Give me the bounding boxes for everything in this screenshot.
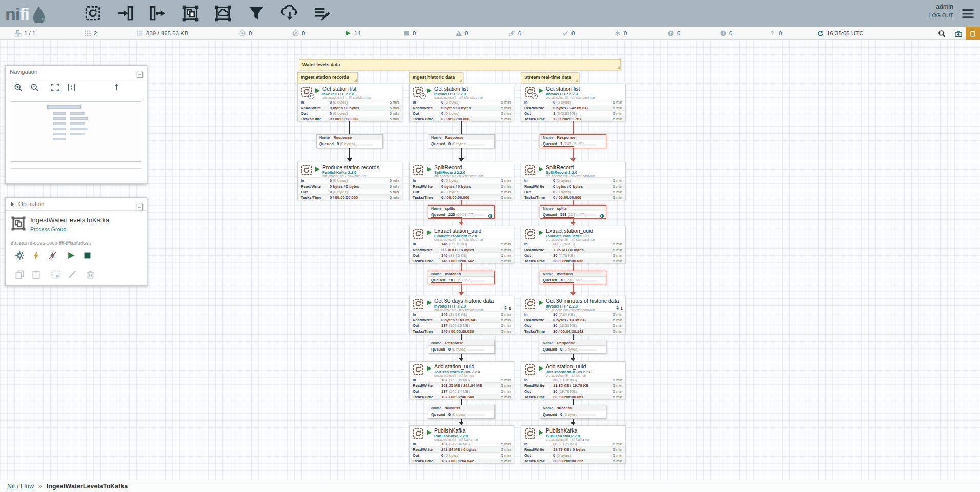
toolbar-processor[interactable] <box>83 5 103 23</box>
processor-stat-row: Tasks/Time 0 / 00:00:00.000 5 min <box>298 194 402 200</box>
toolbar-remote-process-group[interactable] <box>213 5 233 23</box>
connection-arrowhead <box>347 158 352 162</box>
processor-stat-row: In 30 (7.76 KB) 5 min <box>521 241 625 247</box>
status-invalid-count: 0 <box>465 30 468 36</box>
backpressure-bar <box>543 217 574 218</box>
toolbar-template[interactable] <box>279 5 300 23</box>
collapse-operation-button[interactable] <box>136 200 144 213</box>
processor-node[interactable]: Extract station_uuid EvaluateJsonPath 2.… <box>521 225 626 263</box>
processor-node[interactable]: PublishKafka PublishKafka 2.2.0 org.apac… <box>521 425 626 463</box>
refresh-icon[interactable] <box>817 30 824 36</box>
processor-node[interactable]: 1 Get 30 minutes of historic data Invoke… <box>521 296 626 334</box>
minimap-node <box>53 122 66 125</box>
processor-stat-row: In 146 (39.36 KB) 5 min <box>410 241 514 247</box>
template-icon <box>281 5 298 22</box>
zoom-in-button[interactable] <box>14 83 23 92</box>
processor-stamp-icon <box>412 363 424 376</box>
new-canvas-button[interactable] <box>966 27 980 40</box>
processor-node[interactable]: Produce station records PublishKafka 2.2… <box>297 162 402 200</box>
hamburger-icon <box>961 7 975 20</box>
backpressure-bar <box>543 146 574 147</box>
running-status-icon <box>539 366 543 371</box>
canvas-label-text: Stream real-time data <box>524 75 571 80</box>
processor-node[interactable]: SplitRecord SplitRecord 2.2.0 org.apache… <box>409 162 514 200</box>
collapse-navigation-button[interactable] <box>136 68 144 81</box>
label-icon <box>313 5 331 22</box>
paste-button[interactable] <box>31 270 41 279</box>
toolbar-output-port[interactable] <box>147 5 168 23</box>
connection-label[interactable]: NameResponse Queued 0 (0 bytes) <box>540 340 606 354</box>
snippet-button[interactable] <box>51 270 60 279</box>
processor-stat-row: Out 30 (7.76 KB) 5 min <box>521 252 625 258</box>
processor-icon <box>524 298 536 310</box>
queued-size: (0 bytes) <box>563 412 578 417</box>
processor-icon <box>524 228 536 240</box>
status-disabled-count: 0 <box>518 30 521 36</box>
processor-node[interactable]: Add station_uuid JoltTransformJSON 2.2.0… <box>521 361 626 399</box>
jump-to-button[interactable] <box>112 83 121 92</box>
processor-node[interactable]: P Get station list InvokeHTTP 2.2.0 org.… <box>297 84 402 121</box>
connection-label[interactable]: Namesplits Queued 593 (157.4 KB) <box>540 205 606 219</box>
processor-node[interactable]: P Get station list InvokeHTTP 2.2.0 org.… <box>409 84 514 121</box>
connection-label[interactable]: NameResponse Queued 1 (242.85 KB) <box>540 134 606 148</box>
zoom-out-button[interactable] <box>30 83 39 92</box>
canvas-label[interactable]: Water levels data <box>299 59 621 70</box>
processor-node[interactable]: Add station_uuid JoltTransformJSON 2.2.0… <box>409 361 514 399</box>
breadcrumb-root[interactable]: NiFi Flow <box>7 483 34 490</box>
refresh-status[interactable]: 16:35:05 UTC <box>817 27 864 40</box>
toolbar-process-group[interactable] <box>180 5 201 23</box>
global-menu-button[interactable] <box>961 7 975 20</box>
connection-label[interactable]: Namesuccess Queued 0 (0 bytes) <box>428 405 495 419</box>
processor-node[interactable]: 1 Get 30 days historic data InvokeHTTP 2… <box>409 296 514 334</box>
processor-name: SplitRecord <box>546 164 574 170</box>
search-button[interactable] <box>934 27 949 40</box>
processor-stat-row: In 30 (13.35 KB) 5 min <box>521 377 625 382</box>
minimap-node <box>70 117 88 120</box>
stale-icon <box>667 30 675 37</box>
queue-capacity-bar <box>466 349 485 351</box>
color-button[interactable] <box>67 270 77 279</box>
canvas-label[interactable]: Ingest historic data <box>409 72 463 83</box>
connection-label[interactable]: NameResponse Queued 0 (0 bytes) <box>428 340 495 354</box>
connection-label[interactable]: Namesplits Queued 225 (60.03 KB) <box>428 205 495 219</box>
stop-button[interactable] <box>83 251 92 260</box>
minimap-node <box>70 133 85 135</box>
minimap-node <box>53 112 66 115</box>
canvas-label[interactable]: Ingest station records <box>297 72 358 83</box>
toolkit-button[interactable] <box>951 27 966 40</box>
processor-node[interactable]: PublishKafka PublishKafka 2.2.0 org.apac… <box>409 425 514 463</box>
processor-stamp-icon <box>524 228 536 240</box>
logout-link[interactable]: LOG OUT <box>929 12 953 18</box>
connection-label[interactable]: Namematched Queued 10 (2.63 KB) <box>428 271 495 284</box>
processor-stat-row: Read/Write 242.84 MB / 0 bytes 5 min <box>410 446 514 452</box>
selected-component-type: Process Group <box>30 226 66 232</box>
processor-stat-row: Tasks/Time 30 / 00:04:30.142 5 min <box>521 328 625 334</box>
running-status-icon <box>539 167 543 172</box>
processor-node[interactable]: P Get station list InvokeHTTP 2.2.0 org.… <box>521 84 626 121</box>
processor-node[interactable]: Extract station_uuid EvaluateJsonPath 2.… <box>409 225 514 263</box>
configuration-button[interactable] <box>15 251 25 260</box>
connection-label[interactable]: NameResponse Queued 0 (0 bytes) <box>428 134 495 148</box>
svg-text:?: ? <box>771 30 774 36</box>
toolbar-input-port[interactable] <box>115 5 136 23</box>
snippet-icon <box>51 270 60 279</box>
processor-node[interactable]: SplitRecord SplitRecord 2.2.0 org.apache… <box>521 162 626 200</box>
copy-button[interactable] <box>15 270 25 279</box>
birdseye-minimap[interactable] <box>11 101 141 162</box>
start-button[interactable] <box>66 251 76 260</box>
enable-all-button[interactable] <box>31 251 41 260</box>
zoom-fit-button[interactable] <box>51 83 59 92</box>
canvas-label[interactable]: Stream real-time data <box>521 72 579 83</box>
status-locally-modified-count: 0 <box>624 30 627 36</box>
delete-button[interactable] <box>86 270 95 279</box>
zoom-actual-button[interactable] <box>67 83 76 92</box>
toolbar-label[interactable] <box>312 5 332 23</box>
connection-arrowhead <box>459 158 464 162</box>
toolbar-funnel[interactable] <box>246 5 267 23</box>
connection-label[interactable]: Namematched Queued 10 (2.62 KB) <box>540 271 606 284</box>
connection-label[interactable]: Namesuccess Queued 0 (0 bytes) <box>540 405 606 419</box>
queue-capacity-bar <box>578 214 597 216</box>
disable-all-button[interactable] <box>48 251 57 260</box>
connection-label[interactable]: NameResponse Queued 0 (0 bytes) <box>316 134 383 148</box>
up-to-date-icon <box>562 30 569 37</box>
